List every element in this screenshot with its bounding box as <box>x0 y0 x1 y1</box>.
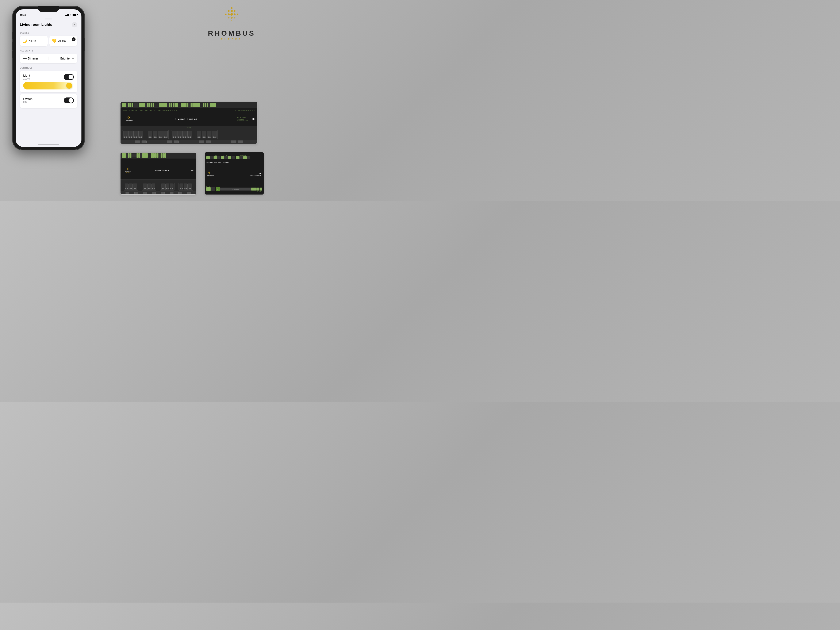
switch-toggle-knob <box>69 98 73 103</box>
app-content: Living room Lights × SCENES 🌙 All Off ✓ … <box>16 19 81 147</box>
pcb-top-connectors <box>120 102 257 108</box>
home-indicator <box>38 144 59 145</box>
svg-point-14 <box>129 117 130 118</box>
light-toggle[interactable] <box>64 74 74 80</box>
light-control-name: Light <box>23 74 30 77</box>
scenes-section-label: SCENES <box>20 32 77 34</box>
signal-icon <box>65 14 69 16</box>
switch-toggle[interactable] <box>64 98 74 103</box>
scene-all-on[interactable]: ✓ 💛 All On <box>49 36 77 46</box>
pcb-4m8i-relays <box>120 182 196 191</box>
scene-check-icon: ✓ <box>72 37 76 41</box>
din-6dim-module: L1 N L2 N L3 N L4 N <box>205 152 264 194</box>
brightness-slider[interactable] <box>23 82 74 90</box>
phone-notch <box>38 6 59 12</box>
brighter-side: Brighter + <box>49 57 74 60</box>
switch-control-name: Switch <box>23 97 33 101</box>
svg-point-12 <box>231 20 232 21</box>
product-ahr16: 24 24 G G 24 A B G LAN G G G G 1 2 3 4 5… <box>120 102 257 144</box>
pcb-bottom-relays <box>120 129 257 140</box>
modal-title: Living room Lights <box>20 22 52 27</box>
dimmer-side: — Dimmer <box>23 57 49 60</box>
pcb-middle-section: RHOMBUS EUROPE DIN-RCE-AHR16-E DIGITAL I… <box>120 112 257 126</box>
product-6dim: L1 N L2 N L3 N L4 N <box>205 152 264 194</box>
svg-point-7 <box>234 14 235 16</box>
svg-point-16 <box>128 169 129 169</box>
svg-point-20 <box>210 172 210 173</box>
dimmer-label[interactable]: Dimmer <box>28 57 38 60</box>
right-panel: RHOMBUS EUROPE <box>116 0 268 201</box>
slider-thumb[interactable] <box>66 83 72 88</box>
svg-point-18 <box>208 172 209 173</box>
svg-point-5 <box>228 14 230 16</box>
status-time: 9:34 <box>20 13 26 16</box>
product-4m8i: 24 4 G 24 A G LAN G G G G 1 2 3 4 5 6 7 … <box>120 152 196 194</box>
switch-control-subtext: ON <box>23 101 33 104</box>
slider-track <box>23 82 74 90</box>
close-button[interactable]: × <box>72 22 77 27</box>
light-label-group: Light 100% <box>23 74 30 80</box>
switch-label-group: Switch ON <box>23 97 33 104</box>
6dim-model-label: DIN-RCE-6DIM-M <box>249 175 261 176</box>
scene-all-off[interactable]: 🌙 All Off <box>20 36 48 46</box>
battery-icon <box>72 14 77 16</box>
brand-name: RHOMBUS <box>208 29 255 37</box>
modal-header: Living room Lights × <box>20 22 77 27</box>
brand-europe: EUROPE <box>208 38 255 41</box>
svg-point-10 <box>231 17 232 19</box>
brighter-label[interactable]: Brighter <box>60 57 71 60</box>
light-toggle-knob <box>69 75 73 79</box>
all-lights-section: ALL LIGHTS — Dimmer Brighter + <box>20 50 77 63</box>
svg-point-8 <box>237 14 238 15</box>
svg-point-11 <box>234 17 235 19</box>
4m8i-model-label: DIN-RCE-4M8I-E <box>135 170 189 171</box>
light-control-header: Light 100% <box>23 74 74 80</box>
wifi-icon: ∿ <box>69 14 71 16</box>
ce-mark-4m8i: CE <box>191 169 194 171</box>
ahr16-model-label: DIN-RCE-AHR16-E <box>139 118 234 120</box>
svg-point-9 <box>228 17 229 19</box>
svg-point-6 <box>231 13 233 16</box>
products-area: 24 24 G G 24 A B G LAN G G G G 1 2 3 4 5… <box>120 102 264 194</box>
light-control-item: Light 100% <box>20 71 77 92</box>
scene-on-label: All On <box>58 39 66 43</box>
dimmer-brighter-row: — Dimmer Brighter + <box>20 54 77 63</box>
scene-off-icon: 🌙 <box>22 39 27 43</box>
ce-mark-6dim: CE <box>259 173 261 174</box>
status-icons: ∿ <box>65 14 77 16</box>
rhombus-dot-logo <box>218 6 245 27</box>
plus-icon: + <box>72 57 74 60</box>
controls-section: CONTROLS Light 100% <box>20 67 77 108</box>
pcb-ahr16-board: 24 24 G G 24 A B G LAN G G G G 1 2 3 4 5… <box>120 102 257 144</box>
scene-off-label: All Off <box>29 39 36 43</box>
pcb-4m8i-middle: RHOMBUS EUROPE DIN-RCE-4M8I-E CE <box>120 161 196 180</box>
switch-control-header: Switch ON <box>23 97 74 104</box>
scene-on-icon: 💛 <box>52 39 57 43</box>
svg-point-1 <box>228 10 230 12</box>
svg-point-19 <box>209 172 210 173</box>
minus-icon: — <box>23 57 27 60</box>
phone-body: 9:34 ∿ <box>13 6 84 150</box>
light-controls: — Dimmer Brighter + <box>20 54 77 63</box>
svg-point-3 <box>234 10 235 12</box>
switch-control-item: Switch ON <box>20 94 77 108</box>
phone-mockup: 9:34 ∿ <box>13 6 84 150</box>
pcb-4m8i-board: 24 4 G 24 A G LAN G G G G 1 2 3 4 5 6 7 … <box>120 153 196 194</box>
pcb-4m8i-top <box>120 153 196 158</box>
phone-screen: 9:34 ∿ <box>16 9 81 147</box>
svg-point-21 <box>209 173 210 174</box>
svg-point-4 <box>225 14 226 15</box>
ce-mark-ahr16: CE <box>252 118 255 120</box>
light-control-subtext: 100% <box>23 77 30 80</box>
svg-point-2 <box>231 10 233 12</box>
all-lights-label: ALL LIGHTS <box>20 50 77 52</box>
controls-section-label: CONTROLS <box>20 67 77 69</box>
logo-area: RHOMBUS EUROPE <box>208 6 255 41</box>
svg-point-17 <box>209 172 210 172</box>
svg-point-0 <box>231 7 232 9</box>
scenes-grid: 🌙 All Off ✓ 💛 All On <box>20 36 77 46</box>
sheet-handle <box>45 19 52 19</box>
